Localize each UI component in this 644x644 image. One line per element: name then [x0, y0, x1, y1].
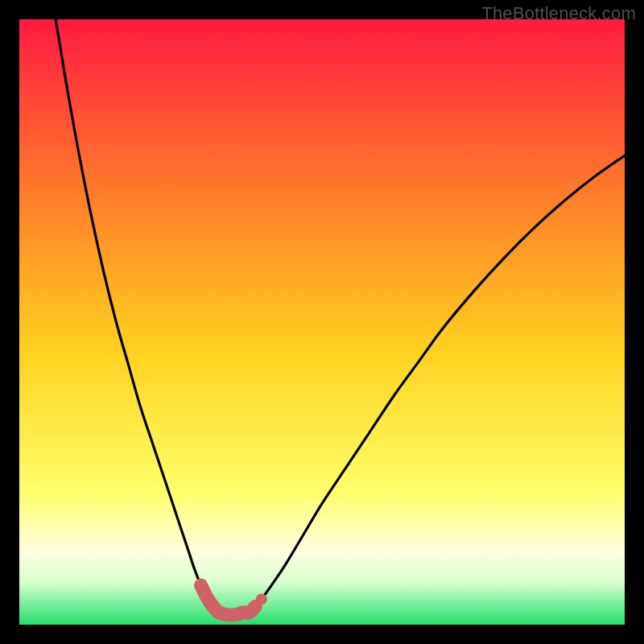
- watermark-text: TheBottleneck.com: [481, 3, 636, 24]
- gradient-background: [19, 19, 625, 625]
- bottleneck-chart-svg: [19, 19, 625, 625]
- chart-plot-area: [19, 19, 625, 625]
- valley-marker-dot: [256, 593, 267, 605]
